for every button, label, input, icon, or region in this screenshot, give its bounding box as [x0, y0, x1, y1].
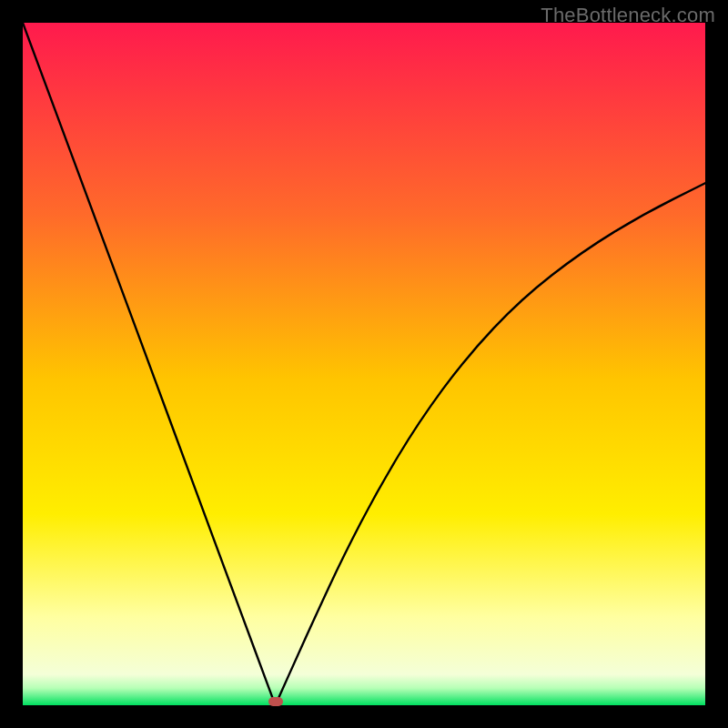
chart-frame: TheBottleneck.com [0, 0, 728, 728]
optimal-marker [268, 697, 283, 706]
bottleneck-plot [23, 23, 705, 705]
watermark-text: TheBottleneck.com [541, 4, 715, 27]
plot-background [23, 23, 705, 705]
